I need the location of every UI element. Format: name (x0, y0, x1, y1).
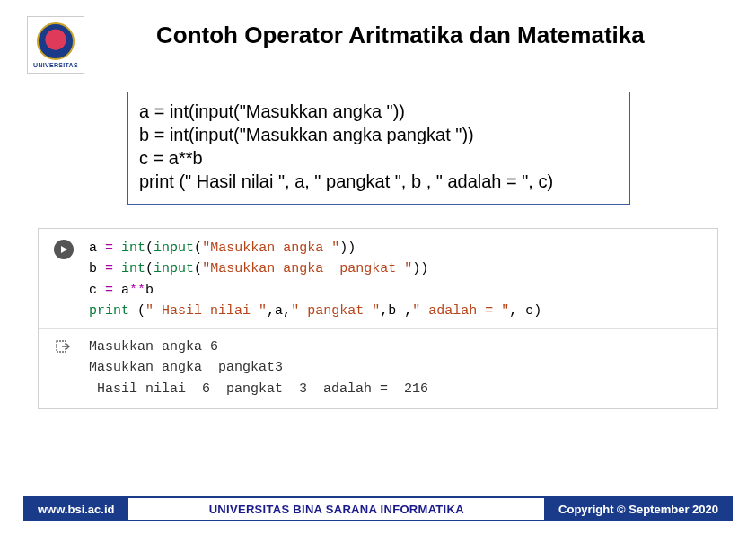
tok: )) (412, 261, 428, 276)
footer-url: www.bsi.ac.id (23, 496, 128, 521)
tok: , (404, 303, 412, 319)
tok: b (388, 303, 396, 319)
tok: = (105, 241, 113, 256)
output-gutter (39, 337, 89, 355)
ide-block: a = int(input("Masukkan angka ")) b = in… (38, 228, 718, 409)
tok: b (89, 261, 97, 276)
code-line-3: c = a**b (139, 146, 619, 170)
tok: int (121, 241, 145, 256)
tok: " Hasil nilai " (145, 303, 267, 319)
university-logo: UNIVERSITAS (27, 16, 84, 74)
tok: a (121, 283, 129, 298)
code-line-4: print (" Hasil nilai ", a, " pangkat ", … (139, 170, 619, 193)
output-line-1: Masukkan angka 6 (89, 339, 218, 355)
slide: UNIVERSITAS Contoh Operator Aritmatika d… (0, 0, 756, 534)
output-arrow-icon (55, 338, 73, 355)
footer: www.bsi.ac.id UNIVERSITAS BINA SARANA IN… (23, 496, 733, 521)
tok: a (89, 241, 97, 256)
tok: " pangkat " (291, 303, 380, 319)
output-line-2: Masukkan angka pangkat3 (89, 360, 283, 375)
play-icon (59, 245, 68, 254)
ide-code-row: a = int(input("Masukkan angka ")) b = in… (39, 229, 717, 329)
tok: c (89, 283, 97, 298)
tok: ** (129, 283, 145, 298)
ide-output: Masukkan angka 6 Masukkan angka pangkat3… (89, 337, 717, 399)
run-button[interactable] (54, 240, 74, 259)
output-line-3: Hasil nilai 6 pangkat 3 adalah = 216 (89, 381, 428, 397)
tok: )) (339, 241, 356, 256)
tok: "Masukkan angka pangkat " (202, 261, 412, 276)
tok: " adalah = " (412, 303, 509, 319)
code-line-1: a = int(input("Masukkan angka ")) (139, 100, 619, 123)
tok: ( (137, 303, 145, 319)
tok: ( (145, 241, 154, 256)
tok: , (283, 303, 291, 319)
tok: input (154, 241, 194, 256)
code-line-2: b = int(input("Masukkan angka pangkat ")… (139, 123, 619, 146)
tok: input (154, 261, 194, 276)
tok: "Masukkan angka " (202, 241, 339, 256)
tok: , (267, 303, 275, 319)
header: UNIVERSITAS Contoh Operator Aritmatika d… (27, 16, 729, 74)
tok: ( (145, 261, 154, 276)
tok: print (89, 303, 129, 319)
logo-emblem-icon (37, 22, 75, 60)
tok: = (105, 283, 113, 298)
tok: int (121, 261, 145, 276)
ide-gutter (39, 238, 89, 259)
tok: = (105, 261, 113, 276)
tok: c (525, 303, 533, 319)
tok: ( (194, 241, 202, 256)
ide-code: a = int(input("Masukkan angka ")) b = in… (89, 238, 717, 321)
tok: , (509, 303, 517, 319)
tok: a (275, 303, 283, 319)
tok: b (145, 283, 154, 298)
svg-marker-0 (61, 246, 67, 253)
logo-label: UNIVERSITAS (33, 62, 78, 68)
page-title: Contoh Operator Aritmatika dan Matematik… (156, 22, 645, 49)
footer-copyright: Copyright © September 2020 (544, 496, 733, 521)
ide-output-row: Masukkan angka 6 Masukkan angka pangkat3… (39, 329, 717, 408)
tok: ) (533, 303, 541, 319)
footer-university: UNIVERSITAS BINA SARANA INFORMATIKA (128, 496, 544, 521)
code-text-box: a = int(input("Masukkan angka ")) b = in… (127, 92, 630, 205)
tok: , (380, 303, 388, 319)
tok: ( (194, 261, 202, 276)
